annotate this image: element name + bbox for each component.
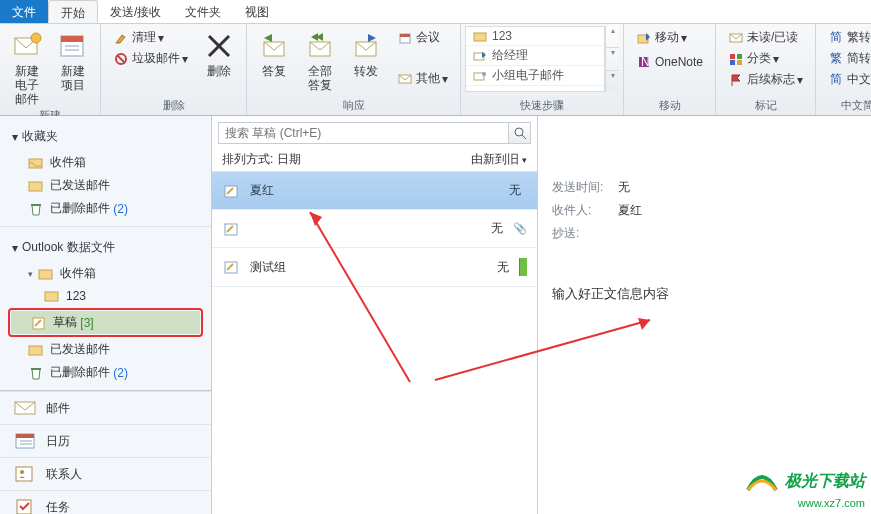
tab-folder[interactable]: 文件夹 [173,0,233,23]
sort-row: 排列方式: 日期 由新到旧 ▾ [212,148,537,172]
svg-rect-14 [400,34,410,37]
calendar-icon [14,432,36,450]
svg-rect-25 [737,54,742,59]
main-area: ▾收藏夹 收件箱 已发送邮件 已删除邮件 (2) ▾Outlook 数据文件 ▾… [0,116,871,514]
df-deleted[interactable]: 已删除邮件 (2) [8,361,203,384]
svg-rect-38 [16,434,34,438]
svg-rect-26 [730,60,735,65]
sent-icon [28,342,44,358]
flag-icon [728,72,744,88]
delete-button[interactable]: 删除 [196,26,242,78]
onenote-button[interactable]: N OneNote [632,53,707,71]
svg-text:N: N [641,55,650,69]
df-drafts[interactable]: 草稿 [3] [11,311,200,334]
tab-file[interactable]: 文件 [0,0,48,23]
respond-other-button[interactable]: 其他▾ [393,69,452,88]
df-123[interactable]: 123 [8,285,203,307]
message-item[interactable]: 无 📎 [212,210,537,248]
new-mail-button[interactable]: 新建 电子邮件 [4,26,50,106]
search-input[interactable] [219,124,508,142]
reading-pane: 发送时间:无 收件人:夏红 抄送: 输入好正文信息内容 [538,116,871,514]
sort-label: 排列方式: [222,151,273,168]
svg-rect-46 [225,186,237,197]
replyall-button[interactable]: 全部答复 [297,26,343,92]
move-icon [636,30,652,46]
trash-icon [28,365,44,381]
calendar-nav[interactable]: 日历 [0,424,211,457]
fav-deleted[interactable]: 已删除邮件 (2) [8,197,203,220]
meeting-button[interactable]: 会议 [393,28,452,47]
junk-button[interactable]: 垃圾邮件▾ [109,49,192,68]
mail-icon [397,71,413,87]
nav-bottom: 邮件 日历 联系人 任务 [0,390,211,514]
cjk-icon: 繁 [828,51,844,67]
new-mail-label: 新建 电子邮件 [10,64,44,106]
fav-sent[interactable]: 已发送邮件 [8,174,203,197]
search-icon[interactable] [508,123,530,143]
group-respond-label: 响应 [251,96,456,115]
quick-steps-gallery[interactable]: 123 给经理 小组电子邮件 ▴ ▾ ▾ [465,26,619,92]
message-list-pane: 排列方式: 日期 由新到旧 ▾ 夏红 无 无 📎 测试组 无 [212,116,538,514]
ribbon-tabs: 文件 开始 发送/接收 文件夹 视图 [0,0,871,24]
cleanup-button[interactable]: 清理▾ [109,28,192,47]
to-value: 夏红 [618,202,642,219]
svg-line-7 [117,55,125,63]
followup-button[interactable]: 后续标志▾ [724,70,807,89]
svg-rect-30 [31,204,41,206]
svg-line-45 [522,135,526,139]
new-item-label: 新建项目 [56,64,90,92]
favorites-header[interactable]: ▾收藏夹 [8,122,203,151]
svg-rect-48 [225,262,237,273]
category-icon [728,51,744,67]
move-button[interactable]: 移动▾ [632,28,707,47]
svg-rect-16 [474,33,486,41]
cjk-convert-button[interactable]: 简中文简繁转换 [824,70,871,89]
df-inbox[interactable]: ▾ 收件箱 [8,262,203,285]
new-item-button[interactable]: 新建项目 [50,26,96,92]
tab-home[interactable]: 开始 [48,0,98,23]
fav-inbox[interactable]: 收件箱 [8,151,203,174]
contacts-nav[interactable]: 联系人 [0,457,211,490]
category-button[interactable]: 分类▾ [724,49,807,68]
trad-to-simp-button[interactable]: 简繁转简 [824,28,871,47]
flag-marker [519,258,527,276]
tab-view[interactable]: 视图 [233,0,281,23]
df-sent[interactable]: 已发送邮件 [8,338,203,361]
drafts-highlight: 草稿 [3] [8,308,203,337]
draft-icon [222,221,242,237]
draft-icon [222,259,242,275]
group-mail-icon [472,68,488,84]
tab-sendrecv[interactable]: 发送/接收 [98,0,173,23]
new-item-icon [57,30,89,62]
reply-icon [258,30,290,62]
mail-nav[interactable]: 邮件 [0,391,211,424]
sent-icon [28,178,44,194]
reply-button[interactable]: 答复 [251,26,297,78]
delete-icon [203,30,235,62]
sent-label: 发送时间: [552,179,618,196]
simp-to-trad-button[interactable]: 繁简转繁 [824,49,871,68]
search-box[interactable] [218,122,531,144]
cc-label: 抄送: [552,225,618,242]
svg-point-44 [515,128,523,136]
forward-button[interactable]: 转发 [343,26,389,78]
broom-icon [113,30,129,46]
tasks-nav[interactable]: 任务 [0,490,211,514]
datafile-header[interactable]: ▾Outlook 数据文件 [8,233,203,262]
attachment-icon: 📎 [513,222,527,235]
svg-rect-32 [45,292,58,301]
junk-icon [113,51,129,67]
unread-button[interactable]: 未读/已读 [724,28,807,47]
tasks-icon [14,498,36,514]
sort-field[interactable]: 日期 [277,151,301,168]
sort-order[interactable]: 由新到旧 ▾ [471,151,527,168]
message-item[interactable]: 夏红 无 [212,172,537,210]
folder-nav: ▾收藏夹 收件箱 已发送邮件 已删除邮件 (2) ▾Outlook 数据文件 ▾… [0,116,212,514]
watermark: 极光下载站 www.xz7.com [742,470,865,510]
message-item[interactable]: 测试组 无 [212,248,537,287]
group-delete-label: 删除 [105,96,242,115]
svg-rect-3 [61,36,83,42]
to-label: 收件人: [552,202,618,219]
group-tags-label: 标记 [720,96,811,115]
folder-icon [44,288,60,304]
